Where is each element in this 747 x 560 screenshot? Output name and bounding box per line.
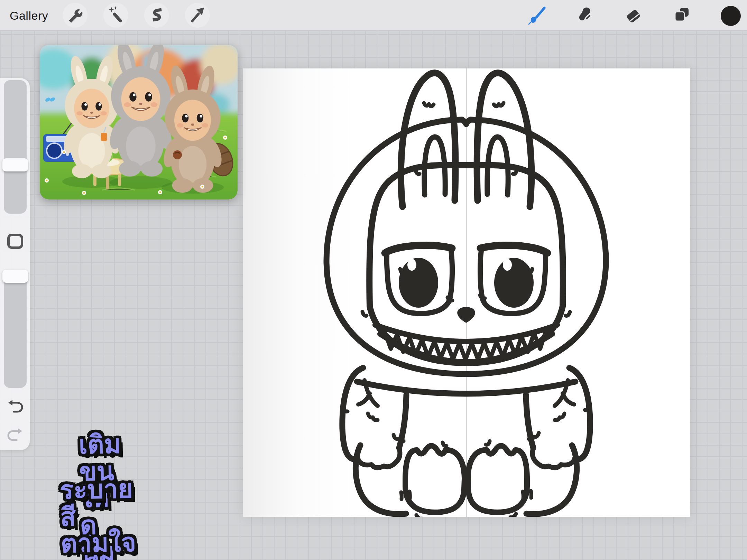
procreate-workspace: Gallery [0,0,747,560]
paint-brush-icon [526,4,548,26]
layers-button[interactable] [669,3,694,28]
opacity-slider[interactable] [4,270,27,388]
transform-button[interactable] [185,3,210,28]
erase-tool-button[interactable] [621,3,646,28]
selection-button[interactable] [144,3,169,28]
brush-size-slider[interactable] [4,80,27,214]
smudge-finger-icon [574,4,596,26]
caption-line-2: ระบายสีตามใจชอบ [59,475,137,560]
actions-button[interactable] [63,3,87,28]
color-button[interactable] [718,3,743,28]
smudge-tool-button[interactable] [573,3,598,28]
opacity-handle[interactable] [2,270,28,283]
redo-button[interactable] [7,426,24,443]
brush-size-handle[interactable] [2,158,28,171]
adjustments-button[interactable] [103,3,128,28]
wrench-icon [65,6,85,25]
selection-s-icon [147,6,166,25]
undo-arrow-icon [7,411,24,416]
paint-tool-button[interactable] [525,3,550,28]
gallery-button[interactable]: Gallery [10,0,48,31]
magic-wand-icon [106,6,126,25]
reference-image-labubu-plushies[interactable] [40,45,238,199]
eraser-icon [622,4,644,26]
layers-icon [671,4,693,26]
labubu-line-drawing [243,68,690,517]
modify-button[interactable] [7,234,23,249]
drawing-canvas[interactable] [243,68,690,517]
transform-arrow-icon [188,6,207,25]
brush-sidebar [0,78,30,450]
top-toolbar: Gallery [0,0,747,31]
undo-button[interactable] [7,398,24,415]
color-swatch-icon [720,4,742,26]
redo-arrow-icon [7,439,24,444]
reference-image-art [40,45,238,199]
